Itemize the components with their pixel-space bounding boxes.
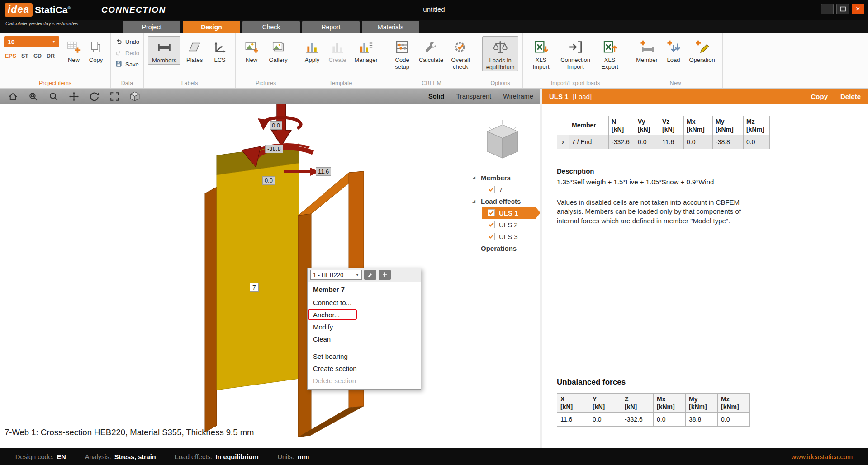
cross-section-selector[interactable]: 1 - HEB220 ▼ — [310, 270, 362, 280]
zoom-window-button[interactable] — [27, 90, 39, 102]
cbfem-note: Values in disabled cells are not taken i… — [557, 198, 750, 225]
tree-member-7-label[interactable]: 7 — [499, 186, 503, 193]
menu-item-set-bearing[interactable]: Set bearing — [308, 350, 421, 362]
render-mode-solid[interactable]: Solid — [428, 93, 444, 100]
menu-item-delete-section[interactable]: Delete section — [308, 375, 421, 387]
mode-st[interactable]: ST — [21, 53, 28, 59]
home-view-button[interactable] — [6, 90, 19, 102]
tab-design[interactable]: Design — [183, 21, 240, 33]
new-project-item-button[interactable]: New — [63, 36, 84, 64]
menu-item-create-section[interactable]: Create section — [308, 362, 421, 375]
cell-mx[interactable]: 0.0 — [684, 135, 713, 149]
cell-n[interactable]: -332.6 — [609, 135, 635, 149]
website-link[interactable]: www.ideastatica.com — [792, 453, 853, 460]
status-units: Units: mm — [278, 453, 309, 460]
torsion-arrowhead — [258, 118, 270, 130]
tab-project[interactable]: Project — [123, 21, 180, 33]
unb-z-unit: [kN] — [625, 403, 650, 410]
viewport-canvas[interactable]: 0.0 -38.8 11.6 0.0 7 ◢ Members 7 ◢ — [0, 104, 540, 448]
forces-col-my: My[kNm] — [713, 116, 744, 135]
forces-col-mx: Mx[kNm] — [684, 116, 713, 135]
col-n-name: N — [612, 118, 632, 125]
minimize-button[interactable]: – — [821, 4, 834, 14]
undo-button[interactable]: Undo — [115, 37, 139, 47]
tab-check[interactable]: Check — [242, 21, 300, 33]
tree-section-operations[interactable]: Operations — [472, 242, 540, 254]
menu-item-modify[interactable]: Modify... — [308, 321, 421, 333]
edit-cross-section-button[interactable] — [364, 270, 376, 280]
tree-item-uls3[interactable]: ULS 3 — [472, 230, 540, 242]
mode-cd[interactable]: CD — [33, 53, 42, 59]
new-operation-button[interactable]: Operation — [686, 36, 718, 64]
cell-mz[interactable]: 0.0 — [744, 135, 770, 149]
delete-load-button[interactable]: Delete — [840, 93, 861, 100]
mode-eps[interactable]: EPS — [5, 53, 16, 59]
group-label-labels: Labels — [144, 80, 235, 86]
tree-section-load-effects[interactable]: ◢ Load effects — [472, 195, 540, 207]
template-manager-button[interactable]: Manager — [351, 36, 381, 64]
forces-col-vz: Vz[kN] — [659, 116, 684, 135]
xls-import-button[interactable]: XLS Import — [527, 36, 555, 70]
zoom-fit-button[interactable] — [108, 90, 121, 102]
xls-export-label: XLS Export — [596, 57, 624, 70]
tree-item-uls2[interactable]: ULS 2 — [472, 219, 540, 230]
template-create-button[interactable]: Create — [325, 36, 350, 64]
zoom-button[interactable] — [47, 90, 60, 102]
close-button[interactable]: × — [852, 4, 864, 14]
cell-vy[interactable]: 0.0 — [635, 135, 659, 149]
save-button[interactable]: Save — [115, 60, 139, 69]
rotate-view-button[interactable] — [88, 90, 100, 102]
menu-item-anchor[interactable]: Anchor... — [308, 309, 421, 321]
col-n-unit: [kN] — [612, 126, 632, 133]
render-mode-transparent[interactable]: Transparent — [456, 93, 491, 100]
mode-dr[interactable]: DR — [47, 53, 55, 59]
tree-section-members[interactable]: ◢ Members — [472, 172, 540, 183]
overall-check-button[interactable]: Overall check — [447, 36, 474, 70]
template-manager-icon — [358, 37, 374, 57]
status-analysis: Analysis: Stress, strain — [85, 453, 156, 460]
labels-members-button[interactable]: Members — [148, 36, 180, 65]
copy-icon — [89, 37, 103, 57]
tab-materials[interactable]: Materials — [362, 21, 419, 33]
uls2-checkbox[interactable] — [488, 221, 495, 228]
template-apply-button[interactable]: Apply — [300, 36, 324, 64]
code-setup-button[interactable]: Code setup — [389, 36, 415, 70]
new-member-button[interactable]: Member — [632, 36, 661, 64]
expander-icon[interactable]: ◢ — [472, 199, 477, 203]
project-item-selector[interactable]: 10 ▼ — [4, 36, 59, 47]
uls1-checkbox[interactable] — [488, 209, 495, 216]
menu-item-connect-to[interactable]: Connect to... — [308, 296, 421, 309]
selection-status-line: 7-Web 1: Cross-section HEB220, Material … — [5, 427, 254, 437]
redo-button[interactable]: Redo — [115, 48, 139, 58]
tree-item-uls1[interactable]: ULS 1 — [482, 207, 536, 219]
calculate-button[interactable]: Calculate — [416, 36, 446, 64]
maximize-button[interactable] — [836, 4, 849, 14]
expander-icon[interactable]: ◢ — [472, 175, 477, 180]
menu-item-clean[interactable]: Clean — [308, 333, 421, 345]
labels-lcs-button[interactable]: LCS — [209, 36, 231, 64]
uls3-checkbox[interactable] — [488, 233, 495, 240]
tab-report[interactable]: Report — [302, 21, 360, 33]
design-code-label: Design code: — [15, 453, 54, 460]
group-label-project-items: Project items — [0, 80, 110, 86]
cell-my[interactable]: -38.8 — [713, 135, 744, 149]
analysis-label: Analysis: — [85, 453, 111, 460]
navigation-cube[interactable] — [483, 119, 522, 164]
member-7-checkbox[interactable] — [488, 186, 495, 193]
connection-import-button[interactable]: Connection Import — [556, 36, 594, 70]
copy-load-button[interactable]: Copy — [811, 93, 828, 100]
labels-plates-button[interactable]: Plates — [182, 36, 207, 64]
render-mode-wireframe[interactable]: Wireframe — [503, 93, 533, 100]
gallery-button[interactable]: Gallery — [265, 36, 292, 64]
tree-item-member-7[interactable]: 7 — [472, 183, 540, 195]
add-cross-section-button[interactable] — [379, 270, 391, 280]
picture-new-button[interactable]: New — [240, 36, 263, 64]
pan-button[interactable] — [67, 90, 80, 102]
loads-in-equilibrium-button[interactable]: Loads in equilibrium — [482, 36, 518, 71]
cell-vz[interactable]: 11.6 — [659, 135, 684, 149]
xls-export-button[interactable]: XLS Export — [596, 36, 624, 70]
copy-project-item-button[interactable]: Copy — [85, 36, 106, 64]
row-expander[interactable]: › — [557, 135, 569, 149]
new-load-button[interactable]: Load — [663, 36, 684, 64]
solid-view-button[interactable] — [128, 90, 141, 102]
